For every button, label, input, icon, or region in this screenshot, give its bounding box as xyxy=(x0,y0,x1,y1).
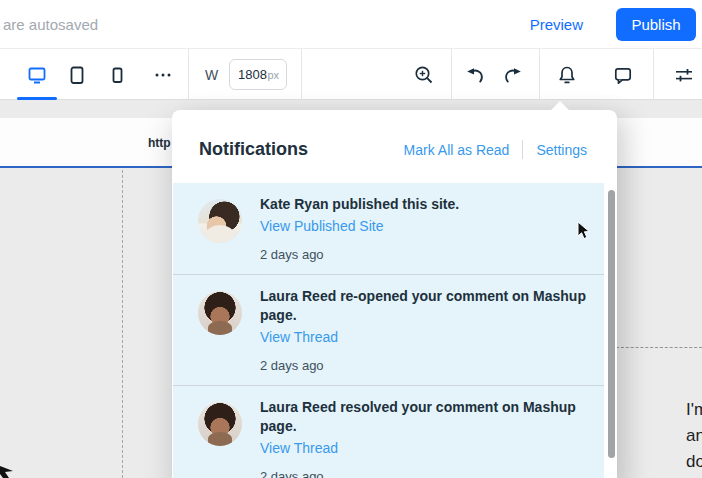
avatar xyxy=(198,291,242,335)
mobile-view-icon[interactable] xyxy=(106,64,128,86)
top-bar: are autosaved Preview Publish xyxy=(0,0,702,49)
toolbar-separator xyxy=(653,49,654,100)
width-unit: px xyxy=(267,69,279,81)
view-thread-link[interactable]: View Thread xyxy=(260,438,594,458)
toolbar-separator xyxy=(188,49,189,100)
editor-screen: http I'm an do are autosaved Preview Pub… xyxy=(0,0,702,478)
corner-cursor-icon xyxy=(0,460,16,478)
canvas-paragraph-line: do xyxy=(686,449,702,475)
panel-scrollbar[interactable] xyxy=(608,190,615,458)
notification-timestamp: 2 days ago xyxy=(260,358,594,373)
width-label: W xyxy=(205,67,218,83)
notification-timestamp: 2 days ago xyxy=(260,247,594,262)
notification-title: Laura Reed re-opened your comment on Mas… xyxy=(260,287,594,325)
more-options-icon[interactable] xyxy=(152,64,174,86)
notification-timestamp: 2 days ago xyxy=(260,469,594,478)
editor-toolbar: W px xyxy=(0,49,702,100)
notification-settings-button[interactable]: Settings xyxy=(536,142,587,158)
mouse-cursor xyxy=(577,221,593,240)
canvas-url-text: http xyxy=(148,136,171,150)
publish-button[interactable]: Publish xyxy=(616,8,696,41)
notification-body: Laura Reed re-opened your comment on Mas… xyxy=(260,287,594,373)
canvas-paragraph-line: I'm xyxy=(686,397,702,423)
redo-icon[interactable] xyxy=(501,64,523,86)
avatar xyxy=(198,402,242,446)
desktop-active-indicator xyxy=(17,97,57,100)
notification-body: Kate Ryan published this site. View Publ… xyxy=(260,195,594,262)
width-input-box[interactable]: px xyxy=(229,59,287,90)
notification-title: Kate Ryan published this site. xyxy=(260,195,594,214)
avatar xyxy=(198,199,242,243)
undo-icon[interactable] xyxy=(465,64,487,86)
preview-button[interactable]: Preview xyxy=(530,16,583,33)
comments-icon[interactable] xyxy=(612,64,634,86)
adjust-sliders-icon[interactable] xyxy=(673,64,695,86)
canvas-paragraph-line: an xyxy=(686,423,702,449)
notification-item[interactable]: Laura Reed re-opened your comment on Mas… xyxy=(173,274,604,385)
notifications-header: Notifications Mark All as Read Settings xyxy=(172,110,617,183)
toolbar-separator xyxy=(451,49,452,100)
view-thread-link[interactable]: View Thread xyxy=(260,327,594,347)
notification-item[interactable]: Laura Reed resolved your comment on Mash… xyxy=(173,385,604,478)
toolbar-separator xyxy=(539,49,540,100)
autosave-status: are autosaved xyxy=(3,16,98,33)
notifications-panel: Notifications Mark All as Read Settings … xyxy=(172,110,617,478)
notification-body: Laura Reed resolved your comment on Mash… xyxy=(260,398,594,478)
notifications-title: Notifications xyxy=(199,139,404,160)
notifications-list: Kate Ryan published this site. View Publ… xyxy=(173,183,604,478)
notifications-bell-icon[interactable] xyxy=(556,64,578,86)
header-separator xyxy=(522,140,523,159)
zoom-in-icon[interactable] xyxy=(413,64,435,86)
canvas-paragraph-fragment: I'm an do xyxy=(686,397,702,475)
toolbar-separator xyxy=(301,49,302,100)
view-published-site-link[interactable]: View Published Site xyxy=(260,216,594,236)
canvas-vertical-guide xyxy=(122,170,123,478)
notification-item[interactable]: Kate Ryan published this site. View Publ… xyxy=(173,183,604,274)
width-input[interactable] xyxy=(238,67,270,82)
desktop-view-icon[interactable] xyxy=(26,64,48,86)
canvas-horizontal-guide xyxy=(616,347,702,348)
tablet-view-icon[interactable] xyxy=(66,64,88,86)
notification-title: Laura Reed resolved your comment on Mash… xyxy=(260,398,594,436)
mark-all-read-button[interactable]: Mark All as Read xyxy=(404,142,510,158)
